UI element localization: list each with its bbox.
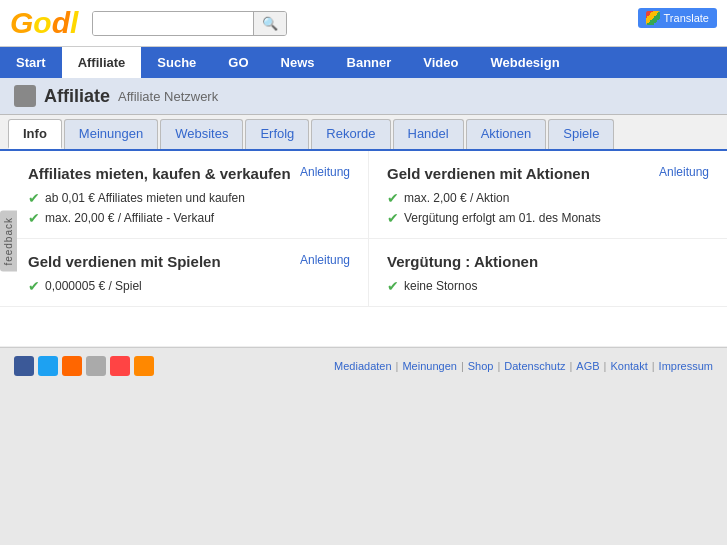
check-icon-4: ✔: [387, 210, 399, 226]
footer: Mediadaten | Meinungen | Shop | Datensch…: [0, 347, 727, 384]
search-button[interactable]: 🔍: [253, 12, 286, 35]
affiliates-item-1: ✔ ab 0,01 € Affiliates mieten und kaufen: [28, 190, 350, 206]
footer-link-kontakt[interactable]: Kontakt: [610, 360, 647, 372]
section-spiele-title: Geld verdienen mit Spielen: [28, 253, 221, 270]
footer-social-icons: [14, 356, 154, 376]
footer-links: Mediadaten | Meinungen | Shop | Datensch…: [334, 360, 713, 372]
content-row-1: Affiliates mieten, kaufen & verkaufen An…: [0, 151, 727, 239]
email-icon[interactable]: [86, 356, 106, 376]
section-aktionen-title: Geld verdienen mit Aktionen: [387, 165, 590, 182]
nav-item-webdesign[interactable]: Webdesign: [474, 47, 575, 78]
nav-item-affiliate[interactable]: Affiliate: [62, 47, 142, 78]
tab-info[interactable]: Info: [8, 119, 62, 149]
tab-rekorde[interactable]: Rekorde: [311, 119, 390, 149]
feedback-tab[interactable]: feedback: [0, 211, 17, 272]
nav-item-banner[interactable]: Banner: [331, 47, 408, 78]
footer-link-shop[interactable]: Shop: [468, 360, 494, 372]
check-icon-5: ✔: [28, 278, 40, 294]
check-icon-1: ✔: [28, 190, 40, 206]
tab-aktionen[interactable]: Aktionen: [466, 119, 547, 149]
search-box: 🔍: [92, 11, 287, 36]
section-aktionen-link[interactable]: Anleitung: [659, 165, 709, 179]
section-aktionen: Geld verdienen mit Aktionen Anleitung ✔ …: [369, 151, 727, 238]
check-icon-3: ✔: [387, 190, 399, 206]
nav-item-suche[interactable]: Suche: [141, 47, 212, 78]
bookmark-icon[interactable]: [110, 356, 130, 376]
spiele-item-1: ✔ 0,000005 € / Spiel: [28, 278, 350, 294]
search-input[interactable]: [93, 12, 253, 35]
page-title: Affiliate: [44, 86, 110, 107]
page-title-bar: Affiliate Affiliate Netzwerk: [0, 78, 727, 115]
translate-icon: [646, 11, 660, 25]
rss-icon[interactable]: [62, 356, 82, 376]
check-icon-2: ✔: [28, 210, 40, 226]
main-content: feedback Affiliates mieten, kaufen & ver…: [0, 151, 727, 347]
footer-link-datenschutz[interactable]: Datenschutz: [504, 360, 565, 372]
logo[interactable]: Godl: [10, 6, 78, 40]
tab-websites[interactable]: Websites: [160, 119, 243, 149]
affiliates-item-2: ✔ max. 20,00 € / Affiliate - Verkauf: [28, 210, 350, 226]
aktionen-item-2: ✔ Vergütung erfolgt am 01. des Monats: [387, 210, 709, 226]
tab-meinungen[interactable]: Meinungen: [64, 119, 158, 149]
page-icon: [14, 85, 36, 107]
content-row-empty: [0, 307, 727, 347]
check-icon-6: ✔: [387, 278, 399, 294]
nav-item-video[interactable]: Video: [407, 47, 474, 78]
nav-item-news[interactable]: News: [265, 47, 331, 78]
section-verguetung: Vergütung : Aktionen ✔ keine Stornos: [369, 239, 727, 306]
section-affiliates: Affiliates mieten, kaufen & verkaufen An…: [0, 151, 369, 238]
translate-button[interactable]: Translate: [638, 8, 717, 28]
add-icon[interactable]: [134, 356, 154, 376]
facebook-icon[interactable]: [14, 356, 34, 376]
section-verguetung-title: Vergütung : Aktionen: [387, 253, 538, 270]
aktionen-item-1: ✔ max. 2,00 € / Aktion: [387, 190, 709, 206]
section-spiele: Geld verdienen mit Spielen Anleitung ✔ 0…: [0, 239, 369, 306]
nav-item-start[interactable]: Start: [0, 47, 62, 78]
translate-label: Translate: [664, 12, 709, 24]
nav-item-go[interactable]: GO: [212, 47, 264, 78]
tab-spiele[interactable]: Spiele: [548, 119, 614, 149]
section-affiliates-title: Affiliates mieten, kaufen & verkaufen: [28, 165, 291, 182]
verguetung-item-1: ✔ keine Stornos: [387, 278, 709, 294]
tab-handel[interactable]: Handel: [393, 119, 464, 149]
page-subtitle: Affiliate Netzwerk: [118, 89, 218, 104]
navbar: Start Affiliate Suche GO News Banner Vid…: [0, 47, 727, 78]
content-row-2: Geld verdienen mit Spielen Anleitung ✔ 0…: [0, 239, 727, 307]
footer-link-impressum[interactable]: Impressum: [659, 360, 713, 372]
footer-link-meinungen[interactable]: Meinungen: [402, 360, 456, 372]
footer-link-mediadaten[interactable]: Mediadaten: [334, 360, 392, 372]
twitter-icon[interactable]: [38, 356, 58, 376]
tab-bar: Info Meinungen Websites Erfolg Rekorde H…: [0, 115, 727, 151]
section-spiele-link[interactable]: Anleitung: [300, 253, 350, 267]
footer-link-agb[interactable]: AGB: [576, 360, 599, 372]
tab-erfolg[interactable]: Erfolg: [245, 119, 309, 149]
section-affiliates-link[interactable]: Anleitung: [300, 165, 350, 179]
